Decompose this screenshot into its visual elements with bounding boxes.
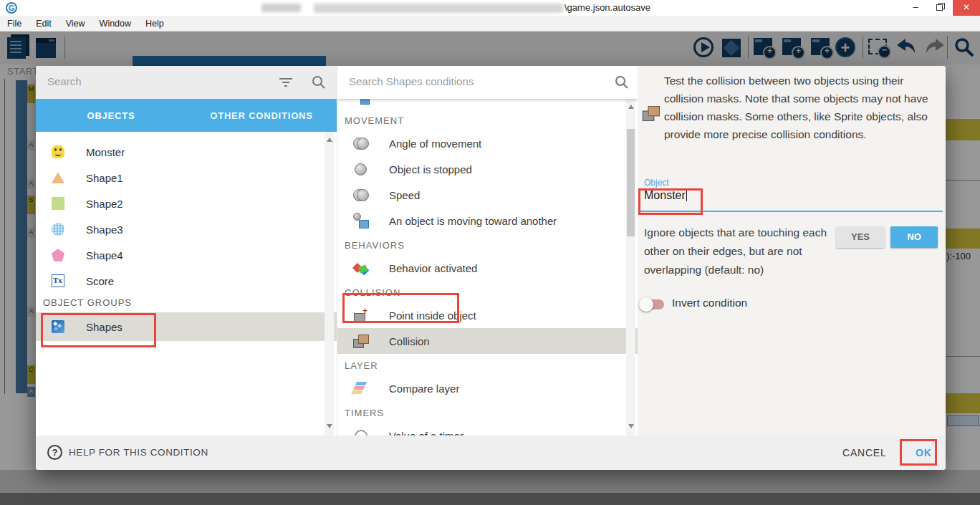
search-icon[interactable]: [614, 74, 630, 93]
toggle-knob[interactable]: [639, 297, 653, 312]
scrollbar-thumb[interactable]: [627, 129, 635, 236]
condition-search-input[interactable]: Search Shapes conditions: [349, 75, 474, 87]
condition-section-header: MOVEMENT: [337, 99, 638, 130]
menu-item-file[interactable]: File: [0, 16, 29, 32]
condition-name: Speed: [389, 189, 420, 201]
menu-item-help[interactable]: Help: [138, 16, 171, 32]
close-button[interactable]: ✕: [953, 0, 980, 16]
condition-list-item[interactable]: Value of a timer: [337, 423, 638, 436]
condition-description: Test the collision between two objects u…: [664, 72, 945, 143]
restore-button[interactable]: [928, 0, 951, 16]
object-name: Shape1: [86, 172, 123, 184]
pentagon-icon: [52, 249, 64, 261]
invert-condition-toggle[interactable]: [641, 299, 664, 309]
scroll-up-arrow[interactable]: [327, 138, 332, 142]
instruction-editor-dialog: Search OBJECTS OTHER CONDITIONS MonsterS…: [36, 66, 946, 470]
object-list-item[interactable]: Monster: [36, 139, 337, 165]
monster-icon: [52, 145, 64, 158]
menu-bar: FileEditViewWindowHelp: [0, 16, 980, 32]
condition-section-header: LAYER: [337, 354, 638, 375]
square-icon: [52, 197, 64, 210]
menu-item-window[interactable]: Window: [92, 16, 138, 32]
help-link[interactable]: HELP FOR THIS CONDITION: [69, 436, 208, 470]
condition-name: Compare layer: [389, 383, 459, 395]
conditions-scrollbar[interactable]: [626, 99, 635, 436]
minimize-button[interactable]: –: [904, 0, 927, 16]
condition-chooser-panel: Search Shapes conditions MOVEMENTAngle o…: [337, 66, 638, 436]
tab-objects[interactable]: OBJECTS: [36, 99, 186, 132]
text-object-icon: [52, 274, 64, 287]
object-groups-header: OBJECT GROUPS: [36, 294, 337, 312]
moving-toward-icon: [353, 213, 369, 228]
object-search-bar[interactable]: Search: [36, 66, 337, 99]
no-button[interactable]: NO: [890, 226, 938, 248]
condition-name: Angle of movement: [389, 138, 481, 150]
condition-name: Behavior activated: [389, 262, 477, 274]
condition-list-item[interactable]: An object is moving toward another: [337, 208, 638, 234]
object-icon-slot: [52, 274, 64, 287]
cancel-button[interactable]: CANCEL: [837, 436, 893, 470]
object-selector-panel: Search OBJECTS OTHER CONDITIONS MonsterS…: [36, 66, 337, 436]
scroll-down-arrow[interactable]: [628, 424, 634, 428]
annotation-box-monster-input: [638, 188, 703, 215]
invert-condition-label: Invert condition: [672, 297, 747, 309]
objects-scrollbar[interactable]: [325, 132, 334, 436]
condition-name: Object is stopped: [389, 163, 472, 175]
title-bar: G \game.json.autosave – ✕: [0, 0, 980, 16]
object-tabs: OBJECTS OTHER CONDITIONS: [36, 99, 337, 132]
condition-name: An object is moving toward another: [389, 215, 557, 227]
condition-list-item[interactable]: Speed: [337, 182, 638, 208]
scroll-down-arrow[interactable]: [327, 424, 332, 428]
scroll-up-arrow[interactable]: [628, 105, 634, 109]
object-name: Shape3: [86, 223, 123, 236]
condition-list-item[interactable]: Behavior activated: [337, 255, 638, 281]
condition-icon-slot: [353, 213, 369, 228]
menu-item-view[interactable]: View: [59, 16, 92, 32]
restore-icon: [936, 4, 943, 11]
conditions-list: MOVEMENTAngle of movementObject is stopp…: [337, 99, 638, 436]
annotation-box-collision: [342, 293, 459, 323]
tab-other-conditions[interactable]: OTHER CONDITIONS: [186, 99, 337, 132]
condition-list-item[interactable]: Object is stopped: [337, 156, 638, 182]
condition-icon-slot: [353, 334, 369, 348]
window-title: \game.json.autosave: [565, 2, 650, 13]
angle-of-movement-icon: [353, 136, 369, 150]
application-window: G \game.json.autosave – ✕ FileEditViewWi…: [0, 0, 980, 505]
objects-list: MonsterShape1Shape2Shape3Shape4ScoreOBJE…: [36, 132, 337, 436]
condition-name: Value of a timer: [389, 430, 463, 436]
condition-search-bar[interactable]: Search Shapes conditions: [337, 66, 638, 99]
object-icon-slot: [52, 223, 64, 236]
object-list-item[interactable]: Shape2: [36, 191, 337, 216]
condition-list-item[interactable]: Compare layer: [337, 375, 638, 401]
redacted-title-text: [314, 4, 563, 13]
compare-layer-icon: [353, 381, 369, 395]
help-icon[interactable]: ?: [47, 445, 62, 460]
condition-icon-slot: [353, 188, 369, 202]
menu-item-edit[interactable]: Edit: [29, 16, 59, 32]
object-icon-slot: [52, 171, 64, 184]
object-list-item[interactable]: Shape1: [36, 165, 337, 191]
object-list-item[interactable]: Score: [36, 268, 337, 294]
object-name: Shape2: [86, 198, 123, 210]
condition-icon-slot: [353, 428, 369, 436]
speed-icon: [353, 188, 369, 202]
condition-section-header: TIMERS: [337, 401, 638, 423]
search-icon[interactable]: [311, 74, 327, 93]
condition-section-header: BEHAVIORS: [337, 234, 638, 255]
behavior-activated-icon: [353, 261, 369, 275]
object-name: Score: [86, 275, 114, 287]
object-list-item[interactable]: Shape4: [36, 242, 337, 268]
object-search-input[interactable]: Search: [47, 75, 82, 87]
condition-icon-slot: [353, 162, 369, 176]
triangle-icon: [52, 172, 64, 183]
object-field-label: Object: [644, 178, 669, 188]
condition-icon-slot: [353, 136, 369, 150]
condition-list-item[interactable]: Angle of movement: [337, 130, 638, 156]
object-icon-slot: [52, 197, 64, 210]
filter-icon[interactable]: [278, 76, 294, 92]
condition-name: Collision: [389, 335, 430, 347]
condition-list-item[interactable]: Collision: [337, 328, 638, 354]
object-list-item[interactable]: Shape3: [36, 216, 337, 242]
object-icon-slot: [52, 249, 64, 261]
yes-button[interactable]: YES: [836, 226, 885, 248]
